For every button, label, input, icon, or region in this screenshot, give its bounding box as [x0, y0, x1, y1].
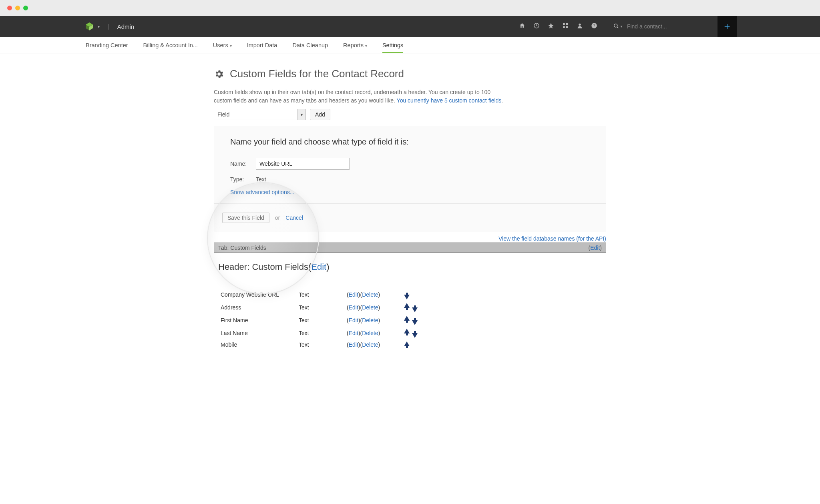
move-down-button[interactable] [412, 318, 418, 325]
chevron-down-icon: ▾ [365, 44, 367, 48]
app-switch-caret[interactable]: ▾ [98, 24, 100, 29]
svg-rect-4 [563, 23, 565, 25]
field-type-value: Field [217, 111, 229, 118]
star-icon[interactable] [548, 22, 554, 30]
tab-edit-link[interactable]: Edit [590, 245, 600, 251]
field-type-cell: Text [296, 327, 344, 339]
svg-rect-6 [563, 26, 565, 28]
row-reorder-cell [400, 339, 474, 350]
table-row: Company Website URLText(Edit)(Delete) [218, 288, 474, 301]
mac-close-dot[interactable] [7, 6, 12, 10]
move-down-button[interactable] [412, 331, 418, 338]
field-type-cell: Text [296, 314, 344, 327]
row-edit-link[interactable]: Edit [349, 304, 358, 311]
fields-table: Company Website URLText(Edit)(Delete)Add… [218, 288, 474, 350]
page: Custom Fields for the Contact Record Cus… [214, 54, 606, 370]
move-up-button[interactable] [404, 303, 410, 310]
move-up-button[interactable] [404, 341, 410, 348]
table-row: Last NameText(Edit)(Delete) [218, 327, 474, 339]
row-delete-link[interactable]: Delete [362, 304, 378, 311]
svg-text:?: ? [593, 24, 595, 28]
mac-min-dot[interactable] [15, 6, 20, 10]
field-name-input[interactable] [256, 158, 350, 170]
nav-import-data[interactable]: Import Data [247, 42, 277, 48]
type-value: Text [256, 176, 266, 183]
svg-rect-7 [566, 26, 568, 28]
page-title: Custom Fields for the Contact Record [230, 68, 404, 80]
row-delete-link[interactable]: Delete [362, 341, 378, 348]
save-field-button[interactable]: Save this Field [222, 213, 269, 223]
svg-rect-5 [566, 23, 568, 25]
move-down-button[interactable] [404, 293, 410, 299]
search-box[interactable]: ▼ [609, 23, 713, 30]
header-edit-link[interactable]: Edit [311, 262, 326, 272]
add-field-button[interactable]: Add [310, 109, 330, 120]
row-delete-link[interactable]: Delete [362, 291, 378, 298]
search-mode-caret[interactable]: ▼ [620, 25, 623, 28]
nav-billing-account[interactable]: Billing & Account In... [143, 42, 198, 48]
show-advanced-link[interactable]: Show advanced options... [230, 189, 294, 195]
field-actions-cell: (Edit)(Delete) [344, 301, 400, 314]
subnav: Branding Center Billing & Account In... … [0, 37, 820, 54]
view-db-names-link[interactable]: View the field database names (for the A… [498, 235, 606, 242]
field-type-cell: Text [296, 288, 344, 301]
nav-settings[interactable]: Settings [382, 42, 403, 48]
field-type-select[interactable]: Field ▼ [214, 109, 306, 120]
field-name-cell: Last Name [218, 327, 296, 339]
row-reorder-cell [400, 288, 474, 301]
nav-branding-center[interactable]: Branding Center [86, 42, 128, 48]
table-row: First NameText(Edit)(Delete) [218, 314, 474, 327]
field-type-cell: Text [296, 301, 344, 314]
field-name-cell: Mobile [218, 339, 296, 350]
gear-icon [214, 69, 224, 79]
name-label: Name: [230, 161, 252, 167]
mac-max-dot[interactable] [23, 6, 28, 10]
field-editor: Name your field and choose what type of … [214, 126, 606, 232]
nav-users[interactable]: Users▾ [213, 42, 232, 48]
field-editor-prompt: Name your field and choose what type of … [230, 137, 590, 147]
row-edit-link[interactable]: Edit [349, 341, 358, 348]
intro-count-link[interactable]: You currently have 5 custom contact fiel… [397, 97, 502, 104]
fields-panel: Header: Custom Fields(Edit) Company Webs… [214, 253, 606, 354]
fields-header: Header: Custom Fields(Edit) [218, 262, 602, 272]
search-input[interactable] [627, 23, 699, 30]
divider: | [108, 23, 109, 30]
topbar: ▾ | Admin ? ▼ + [0, 16, 820, 37]
move-down-button[interactable] [412, 305, 418, 312]
row-reorder-cell [400, 314, 474, 327]
add-button[interactable]: + [718, 16, 737, 37]
table-row: MobileText(Edit)(Delete) [218, 339, 474, 350]
row-delete-link[interactable]: Delete [362, 330, 378, 336]
section-title: Admin [117, 23, 135, 30]
field-name-cell: Address [218, 301, 296, 314]
tab-label: Tab: Custom Fields [218, 245, 266, 251]
help-icon[interactable]: ? [591, 22, 597, 30]
recent-icon[interactable] [533, 22, 540, 30]
mac-window-chrome [0, 0, 820, 16]
row-edit-link[interactable]: Edit [349, 330, 358, 336]
nav-reports[interactable]: Reports▾ [343, 42, 367, 48]
cancel-link[interactable]: Cancel [285, 215, 303, 221]
row-delete-link[interactable]: Delete [362, 317, 378, 323]
svg-point-11 [614, 24, 617, 27]
tab-bar: Tab: Custom Fields (Edit) [214, 243, 606, 253]
move-up-button[interactable] [404, 329, 410, 335]
nav-data-cleanup[interactable]: Data Cleanup [292, 42, 328, 48]
field-name-cell: First Name [218, 314, 296, 327]
user-icon[interactable] [577, 22, 583, 30]
field-actions-cell: (Edit)(Delete) [344, 327, 400, 339]
field-name-cell: Company Website URL [218, 288, 296, 301]
or-label: or [275, 215, 280, 221]
move-up-button[interactable] [404, 316, 410, 323]
home-icon[interactable] [519, 22, 525, 30]
apps-icon[interactable] [562, 22, 569, 30]
table-row: AddressText(Edit)(Delete) [218, 301, 474, 314]
row-edit-link[interactable]: Edit [349, 317, 358, 323]
app-logo[interactable] [86, 22, 93, 31]
field-actions-cell: (Edit)(Delete) [344, 339, 400, 350]
row-edit-link[interactable]: Edit [349, 291, 358, 298]
svg-point-8 [579, 24, 581, 26]
svg-line-12 [617, 26, 619, 28]
row-reorder-cell [400, 327, 474, 339]
dropdown-caret-icon: ▼ [297, 109, 305, 120]
